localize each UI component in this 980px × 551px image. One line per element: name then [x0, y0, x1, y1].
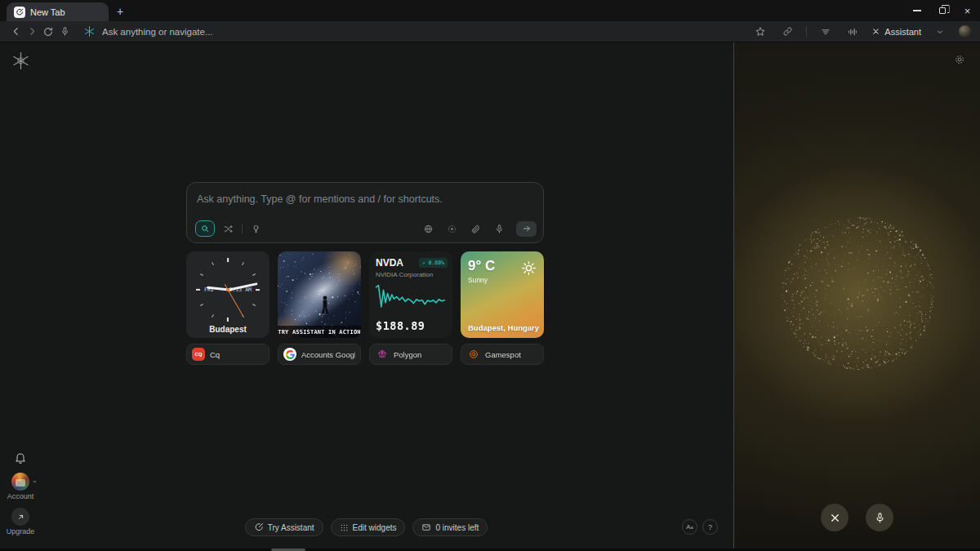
address-bar[interactable]: Ask anything or navigate...	[83, 25, 213, 38]
globe-icon[interactable]	[421, 222, 435, 236]
assistant-label: Assistant	[884, 27, 921, 37]
envelope-icon	[421, 522, 431, 532]
shortcut-accounts-google[interactable]: Accounts Google	[278, 344, 361, 365]
ask-box	[186, 182, 544, 243]
close-icon: ×	[964, 6, 971, 16]
window-controls: ×	[904, 0, 980, 21]
shortcut-label: Gamespot	[485, 350, 521, 359]
bookmark-star-icon[interactable]	[752, 24, 768, 40]
footer-actions: Try Assistant Edit widgets 0 invites lef…	[0, 518, 733, 536]
voice-waveform-icon[interactable]	[844, 24, 861, 40]
assistant-toggle-button[interactable]: Assistant	[871, 27, 921, 37]
analog-clock: FRI 9:13 AM	[194, 256, 262, 324]
profile-avatar[interactable]	[959, 25, 971, 38]
settings-gear-icon[interactable]	[953, 53, 966, 69]
copy-link-icon[interactable]	[779, 24, 795, 40]
weather-location: Budapest, Hungary	[468, 323, 539, 332]
shuffle-mode-icon[interactable]	[221, 222, 235, 236]
reading-list-icon[interactable]	[817, 24, 834, 40]
shortcut-polygon[interactable]: Polygon	[369, 344, 452, 365]
ask-input[interactable]	[197, 193, 533, 205]
widget-row: FRI 9:13 AM Budapest TRY ASSISTANT IN AC…	[186, 251, 544, 338]
close-assistant-icon	[871, 27, 880, 36]
close-assistant-button[interactable]	[821, 504, 849, 531]
particle-sphere	[734, 42, 980, 551]
comet-logo-icon	[83, 25, 96, 38]
account-chevron-icon: ⌄	[32, 477, 38, 484]
ask-toolbar	[195, 220, 537, 237]
arrow-right-icon	[522, 224, 532, 233]
promo-caption: TRY ASSISTANT IN ACTION	[278, 326, 361, 338]
shortcut-gamespot[interactable]: Gamespot	[461, 344, 544, 365]
ask-tools-divider	[242, 224, 243, 233]
tab-new-tab[interactable]: New Tab	[7, 2, 109, 21]
minimize-icon	[913, 10, 921, 11]
mic-icon	[874, 512, 886, 524]
ask-tools-right	[421, 221, 537, 237]
x-icon	[829, 512, 841, 524]
comet-brand-logo-icon	[11, 51, 31, 71]
sun-icon	[520, 260, 537, 277]
try-assistant-button[interactable]: Try Assistant	[245, 518, 323, 536]
edit-widgets-button[interactable]: Edit widgets	[331, 518, 406, 536]
edit-widgets-label: Edit widgets	[353, 523, 397, 532]
weather-widget[interactable]: 9° C Sunny Budapest, Hungary	[461, 251, 544, 338]
restore-button[interactable]	[929, 0, 955, 21]
lightbulb-icon[interactable]	[249, 222, 263, 236]
toolbar-divider	[806, 26, 807, 38]
close-button[interactable]: ×	[955, 0, 980, 21]
shortcut-cq[interactable]: CQ Cq	[186, 344, 270, 365]
account-label: Account	[0, 492, 45, 500]
restore-icon	[939, 7, 946, 14]
stock-price: $188.89	[376, 319, 425, 332]
clock-pin	[226, 288, 229, 291]
account-avatar[interactable]	[11, 473, 29, 491]
reload-button[interactable]	[40, 24, 56, 40]
help-button[interactable]: ?	[702, 519, 718, 535]
assistant-mic-button[interactable]	[866, 504, 893, 531]
back-button[interactable]	[7, 24, 24, 40]
language-button[interactable]: Aa	[682, 519, 697, 535]
polygon-icon	[375, 348, 389, 362]
google-icon	[283, 348, 296, 361]
language-icon: Aa	[686, 524, 693, 531]
address-placeholder: Ask anything or navigate...	[102, 27, 213, 37]
stock-change-badge: ↗ 0.88%	[419, 258, 448, 268]
try-assistant-label: Try Assistant	[268, 523, 314, 532]
mic-icon[interactable]	[492, 222, 506, 236]
comet-favicon-icon	[14, 7, 25, 18]
stock-widget[interactable]: NVDA ↗ 0.88% NVIDIA Corporation $188.89	[369, 251, 452, 338]
assistant-promo-widget[interactable]: TRY ASSISTANT IN ACTION	[278, 251, 361, 338]
weather-condition: Sunny	[468, 276, 537, 284]
gamespot-icon	[466, 348, 480, 362]
search-mode-button[interactable]	[195, 220, 215, 237]
forward-button[interactable]	[24, 24, 40, 40]
new-tab-button[interactable]: +	[112, 3, 128, 20]
cq-icon: CQ	[192, 348, 205, 361]
voice-search-icon[interactable]	[56, 24, 73, 40]
minimize-button[interactable]	[904, 0, 929, 21]
shortcut-label: Polygon	[394, 350, 421, 359]
browser-toolbar: Ask anything or navigate... Assistant	[0, 21, 980, 42]
new-tab-page: FRI 9:13 AM Budapest TRY ASSISTANT IN AC…	[0, 42, 733, 551]
shortcut-label: Cq	[210, 350, 220, 359]
chevron-down-icon[interactable]	[932, 24, 948, 40]
search-icon	[200, 224, 210, 233]
notifications-bell-button[interactable]	[14, 451, 27, 468]
invites-label: 0 invites left	[435, 523, 479, 532]
grid-dots-icon	[340, 523, 349, 532]
comet-icon	[254, 522, 264, 532]
tab-strip: New Tab + ×	[0, 0, 980, 21]
clock-widget[interactable]: FRI 9:13 AM Budapest	[186, 251, 270, 338]
stock-company: NVIDIA Corporation	[376, 271, 446, 278]
stock-sparkline	[376, 282, 446, 312]
footer-mini-buttons: Aa ?	[682, 519, 718, 535]
submit-button[interactable]	[516, 221, 537, 237]
attachment-icon[interactable]	[469, 222, 483, 236]
toolbar-right: Assistant	[752, 24, 980, 40]
tab-title: New Tab	[30, 7, 65, 17]
assistant-panel	[733, 42, 980, 551]
shortcut-label: Accounts Google	[301, 350, 355, 359]
invites-button[interactable]: 0 invites left	[412, 518, 488, 536]
dashed-globe-icon[interactable]	[445, 222, 459, 236]
